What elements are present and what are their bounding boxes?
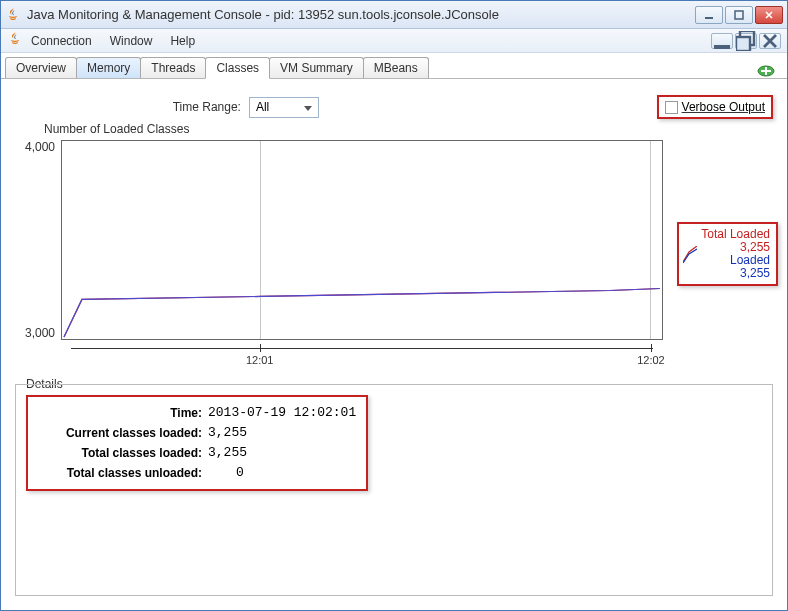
details-row-time: Time: 2013-07-19 12:02:01 [38, 403, 356, 423]
inner-window-buttons [711, 33, 781, 49]
maximize-button[interactable] [725, 6, 753, 24]
time-range-value: All [256, 100, 269, 114]
time-range-label: Time Range: [173, 100, 241, 114]
inner-close-button[interactable] [759, 33, 781, 49]
details-current-value: 3,255 [208, 423, 247, 443]
details-unloaded-key: Total classes unloaded: [38, 463, 208, 483]
chart-group: Number of Loaded Classes 4,000 3,000 [15, 129, 773, 372]
verbose-checkbox[interactable] [665, 101, 678, 114]
details-total-key: Total classes loaded: [38, 443, 208, 463]
close-button[interactable] [755, 6, 783, 24]
inner-minimize-button[interactable] [711, 33, 733, 49]
svg-rect-0 [705, 17, 713, 19]
chart-plot[interactable] [61, 140, 663, 340]
x-axis: 12:01 12:02 [61, 342, 663, 372]
chart-lines [62, 141, 662, 339]
tab-threads[interactable]: Threads [140, 57, 206, 78]
tab-classes[interactable]: Classes [205, 57, 270, 79]
classes-panel: Time Range: All Verbose Output Number of… [1, 79, 787, 610]
chart-legend: Total Loaded 3,255 Loaded 3,255 [677, 222, 778, 286]
details-unloaded-value: 0 [208, 463, 244, 483]
details-time-value: 2013-07-19 12:02:01 [208, 403, 356, 423]
java-icon [5, 7, 21, 23]
details-box: Time: 2013-07-19 12:02:01 Current classe… [15, 384, 773, 596]
tabs-row: Overview Memory Threads Classes VM Summa… [1, 53, 787, 79]
tab-mbeans[interactable]: MBeans [363, 57, 429, 78]
content-area: Overview Memory Threads Classes VM Summa… [1, 53, 787, 610]
verbose-label[interactable]: Verbose Output [682, 100, 765, 114]
details-row-unloaded: Total classes unloaded: 0 [38, 463, 356, 483]
minimize-button[interactable] [695, 6, 723, 24]
tab-memory[interactable]: Memory [76, 57, 141, 78]
menu-connection[interactable]: Connection [23, 32, 100, 50]
svg-rect-1 [735, 11, 743, 19]
menu-help[interactable]: Help [162, 32, 203, 50]
inner-titlebar: Connection Window Help [1, 29, 787, 53]
svg-rect-7 [761, 70, 771, 72]
verbose-output-group: Verbose Output [657, 95, 773, 119]
outer-window: Java Monitoring & Management Console - p… [0, 0, 788, 611]
legend-loaded-value: 3,255 [701, 267, 770, 280]
details-current-key: Current classes loaded: [38, 423, 208, 443]
connect-icon[interactable] [755, 64, 777, 78]
tab-vmsummary[interactable]: VM Summary [269, 57, 364, 78]
details-row-total: Total classes loaded: 3,255 [38, 443, 356, 463]
legend-swatch-icon [683, 246, 697, 267]
controls-row: Time Range: All Verbose Output [15, 95, 773, 119]
titlebar: Java Monitoring & Management Console - p… [1, 1, 787, 29]
details-total-value: 3,255 [208, 443, 247, 463]
details-group: Details Time: 2013-07-19 12:02:01 Curren… [15, 384, 773, 596]
svg-rect-4 [736, 37, 750, 51]
time-range-select[interactable]: All [249, 97, 319, 118]
y-axis: 4,000 3,000 [15, 140, 61, 340]
tabs: Overview Memory Threads Classes VM Summa… [5, 57, 428, 78]
menu-window[interactable]: Window [102, 32, 161, 50]
x-tick-1: 12:02 [637, 354, 665, 366]
inner-restore-button[interactable] [735, 33, 757, 49]
menu-bar: Connection Window Help [23, 32, 203, 50]
details-highlight: Time: 2013-07-19 12:02:01 Current classe… [26, 395, 368, 491]
details-row-current: Current classes loaded: 3,255 [38, 423, 356, 443]
y-max: 4,000 [25, 140, 55, 154]
tab-overview[interactable]: Overview [5, 57, 77, 78]
svg-rect-2 [714, 45, 730, 49]
x-tick-0: 12:01 [246, 354, 274, 366]
y-min: 3,000 [25, 326, 55, 340]
java-icon [7, 31, 23, 50]
details-time-key: Time: [38, 403, 208, 423]
window-buttons [695, 6, 783, 24]
window-title: Java Monitoring & Management Console - p… [27, 7, 695, 22]
